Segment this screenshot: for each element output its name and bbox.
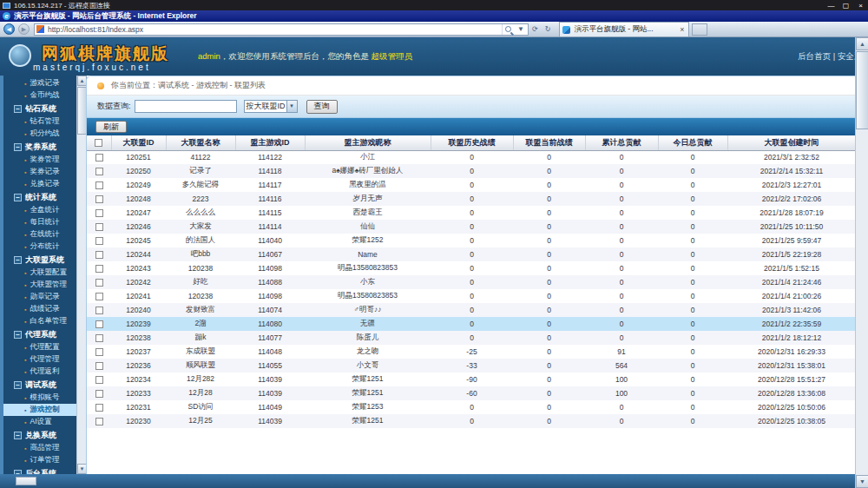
sidebar-item-在线统计[interactable]: ▪在线统计 bbox=[3, 228, 76, 241]
bullet-icon: ▪ bbox=[24, 119, 26, 125]
checkbox-cell bbox=[87, 178, 111, 192]
sidebar-item-分布统计[interactable]: ▪分布统计 bbox=[3, 241, 76, 253]
sidebar-item-钻石管理[interactable]: ▪钻石管理 bbox=[3, 115, 76, 128]
checkbox-cell bbox=[87, 261, 111, 275]
table-cell: 0 bbox=[431, 164, 513, 178]
sidebar-item-游戏记录[interactable]: ▪游戏记录 bbox=[3, 77, 76, 89]
select-all-checkbox[interactable] bbox=[95, 139, 102, 147]
page-scrollbar-thumb[interactable] bbox=[856, 51, 868, 129]
sidebar-section-统计系统[interactable]: −统计系统 bbox=[3, 190, 76, 204]
table-cell: 么么么么 bbox=[166, 206, 235, 220]
row-checkbox[interactable] bbox=[95, 390, 103, 398]
sidebar-item-大联盟配置[interactable]: ▪大联盟配置 bbox=[3, 267, 76, 279]
h-scrollbar-thumb[interactable] bbox=[16, 477, 36, 485]
refresh-icon[interactable]: ↻ bbox=[542, 25, 555, 33]
table-row: 120246大家发114114仙仙00002021/1/25 10:11:50 bbox=[87, 220, 855, 234]
row-checkbox[interactable] bbox=[95, 181, 103, 189]
sidebar-item-兑换记录[interactable]: ▪兑换记录 bbox=[3, 178, 76, 190]
search-type-select[interactable]: 按大联盟ID ▼ bbox=[244, 100, 298, 113]
sidebar-item-战绩记录[interactable]: ▪战绩记录 bbox=[3, 303, 76, 315]
table-cell: 0 bbox=[585, 206, 658, 220]
sidebar-section-兑换系统[interactable]: −兑换系统 bbox=[3, 428, 76, 442]
row-checkbox[interactable] bbox=[95, 307, 103, 314]
row-checkbox[interactable] bbox=[95, 195, 103, 203]
collapse-icon: − bbox=[14, 432, 22, 439]
query-button[interactable]: 查询 bbox=[306, 100, 338, 114]
sidebar-scrollbar[interactable]: ▲ ▼ bbox=[76, 76, 86, 474]
sidebar-section-钻石系统[interactable]: −钻石系统 bbox=[3, 102, 76, 115]
refresh-button[interactable]: 刷新 bbox=[95, 121, 127, 133]
sidebar-section-大联盟系统[interactable]: −大联盟系统 bbox=[3, 253, 76, 267]
league-table: 大联盟ID大联盟名称盟主游戏ID盟主游戏昵称联盟历史战绩联盟当前战绩累计总贡献今… bbox=[87, 135, 855, 428]
compatibility-icon[interactable]: ⟳ bbox=[529, 25, 542, 33]
sidebar-item-全盘统计[interactable]: ▪全盘统计 bbox=[3, 204, 76, 216]
forward-button[interactable]: ▶ bbox=[18, 23, 30, 35]
sidebar-item-金币约战[interactable]: ▪金币约战 bbox=[3, 89, 76, 102]
table-cell: 0 bbox=[431, 150, 513, 164]
address-field[interactable]: http://localhost:81/Index.aspx ▼ bbox=[34, 23, 529, 36]
table-cell: 2021/1/2 22:35:59 bbox=[727, 317, 855, 331]
row-checkbox[interactable] bbox=[95, 279, 103, 287]
sidebar-item-代理返利[interactable]: ▪代理返利 bbox=[3, 366, 76, 378]
table-cell: 0 bbox=[658, 414, 727, 428]
row-checkbox[interactable] bbox=[95, 154, 103, 162]
row-checkbox[interactable] bbox=[95, 418, 103, 425]
scroll-up-icon[interactable]: ▲ bbox=[856, 37, 868, 50]
row-checkbox[interactable] bbox=[95, 293, 103, 300]
row-checkbox[interactable] bbox=[95, 251, 103, 259]
breadcrumb-text: 你当前位置：调试系统 - 游戏控制 - 联盟列表 bbox=[111, 80, 266, 91]
back-button[interactable]: ◀ bbox=[3, 23, 15, 35]
page-scrollbar[interactable]: ▲ ▼ bbox=[855, 37, 868, 488]
close-button[interactable]: × bbox=[853, 0, 868, 10]
sidebar-item-商品管理[interactable]: ▪商品管理 bbox=[3, 442, 76, 454]
sidebar-section-调试系统[interactable]: −调试系统 bbox=[3, 378, 76, 392]
sidebar-item-大联盟管理[interactable]: ▪大联盟管理 bbox=[3, 279, 76, 291]
table-cell: 0 bbox=[513, 275, 585, 289]
checkbox-cell bbox=[87, 317, 111, 331]
table-cell: 120231 bbox=[111, 400, 166, 414]
table-cell: 吧bbb bbox=[166, 247, 235, 261]
sidebar-section-代理系统[interactable]: −代理系统 bbox=[3, 327, 76, 341]
sidebar-item-每日统计[interactable]: ▪每日统计 bbox=[3, 216, 76, 228]
sidebar-item-订单管理[interactable]: ▪订单管理 bbox=[3, 454, 76, 466]
sidebar-item-AI设置[interactable]: ▪AI设置 bbox=[3, 416, 76, 428]
sidebar-section-后台系统[interactable]: −后台系统 bbox=[3, 466, 76, 474]
row-checkbox[interactable] bbox=[95, 404, 103, 412]
row-checkbox[interactable] bbox=[95, 348, 103, 356]
breadcrumb: 你当前位置：调试系统 - 游戏控制 - 联盟列表 bbox=[87, 76, 855, 96]
maximize-button[interactable]: ▢ bbox=[838, 0, 853, 10]
sidebar-section-奖券系统[interactable]: −奖券系统 bbox=[3, 140, 76, 154]
row-checkbox[interactable] bbox=[95, 265, 103, 273]
url-text: http://localhost:81/Index.aspx bbox=[48, 25, 502, 34]
dropdown-icon[interactable]: ▼ bbox=[514, 25, 528, 33]
sidebar-item-白名单管理[interactable]: ▪白名单管理 bbox=[3, 315, 76, 327]
sidebar-item-奖券管理[interactable]: ▪奖券管理 bbox=[3, 154, 76, 166]
search-input[interactable] bbox=[135, 100, 237, 113]
new-tab-button[interactable] bbox=[692, 23, 707, 36]
tab-close-icon[interactable]: × bbox=[675, 25, 688, 34]
row-checkbox[interactable] bbox=[95, 237, 103, 245]
table-cell: 120240 bbox=[111, 303, 166, 317]
row-checkbox[interactable] bbox=[95, 376, 103, 384]
sidebar-item-代理管理[interactable]: ▪代理管理 bbox=[3, 353, 76, 366]
sidebar-item-奖券记录[interactable]: ▪奖券记录 bbox=[3, 166, 76, 178]
row-checkbox[interactable] bbox=[95, 362, 103, 370]
row-checkbox[interactable] bbox=[95, 320, 103, 328]
sidebar-item-积分约战[interactable]: ▪积分约战 bbox=[3, 128, 76, 140]
browser-tab[interactable]: 演示平台旗舰版 - 网站... × bbox=[559, 22, 689, 36]
scroll-down-icon[interactable]: ▼ bbox=[856, 475, 868, 488]
table-cell: 2021/1/4 21:00:26 bbox=[727, 289, 855, 303]
row-checkbox[interactable] bbox=[95, 209, 103, 217]
search-icon[interactable] bbox=[505, 26, 511, 32]
sidebar-item-代理配置[interactable]: ▪代理配置 bbox=[3, 341, 76, 353]
row-checkbox[interactable] bbox=[95, 334, 103, 342]
table-cell: 2021/2/3 12:27:01 bbox=[727, 178, 855, 192]
sidebar-item-勋章记录[interactable]: ▪勋章记录 bbox=[3, 291, 76, 303]
table-cell: 12月28 bbox=[166, 386, 235, 400]
sidebar-item-游戏控制[interactable]: ▪游戏控制 bbox=[3, 404, 76, 416]
sidebar-item-模拟账号[interactable]: ▪模拟账号 bbox=[3, 392, 76, 404]
row-checkbox[interactable] bbox=[95, 168, 103, 175]
row-checkbox[interactable] bbox=[95, 223, 103, 231]
header-nav-links[interactable]: 后台首页 | 安全退出 bbox=[798, 51, 855, 63]
minimize-button[interactable]: — bbox=[824, 0, 838, 10]
